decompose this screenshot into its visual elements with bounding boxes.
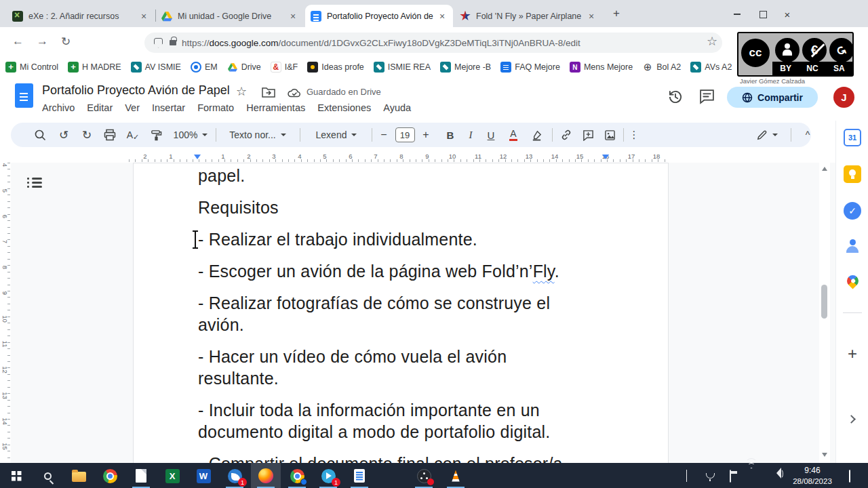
chevron-right-icon[interactable] <box>847 415 856 424</box>
paragraph[interactable]: Requisitos <box>198 197 668 218</box>
right-indent-marker[interactable] <box>602 155 609 159</box>
share-button[interactable]: Compartir <box>727 87 818 108</box>
document-outline-icon[interactable] <box>27 178 42 190</box>
new-tab-button[interactable]: + <box>609 7 624 22</box>
keep-icon[interactable] <box>844 165 861 183</box>
google-docs-logo-icon[interactable] <box>15 83 33 108</box>
tab-close-icon[interactable]: × <box>586 11 597 22</box>
add-addon-button[interactable]: + <box>844 344 861 363</box>
chrome-profile-icon[interactable] <box>289 468 305 484</box>
scrollbar-thumb[interactable] <box>821 285 827 319</box>
telegram-icon[interactable]: 1 <box>320 468 336 484</box>
insert-link-icon[interactable] <box>556 123 576 147</box>
taskbar-clock[interactable]: 9:46 28/08/2023 <box>783 465 842 487</box>
font-size-field[interactable]: 19 <box>395 123 415 147</box>
document-title[interactable]: Portafolio Proyecto Avión de Papel <box>42 83 230 98</box>
text-color-button[interactable]: A <box>503 123 524 147</box>
bookmark-mi-control[interactable]: Mi Control <box>5 62 58 73</box>
undo-icon[interactable]: ↺ <box>54 123 74 147</box>
horizontal-ruler[interactable]: 2 1 1 2 3 4 5 6 7 8 9 10 11 12 13 14 15 … <box>0 152 835 163</box>
tasks-icon[interactable]: ✓ <box>844 202 861 220</box>
scroll-down-icon[interactable] <box>822 453 827 457</box>
menu-ver[interactable]: Ver <box>119 100 146 116</box>
bookmark-ismie-rea[interactable]: ISMIE REA <box>374 62 431 73</box>
bookmark-h-madre[interactable]: H MADRE <box>68 62 121 73</box>
file-explorer-icon[interactable] <box>71 468 87 484</box>
move-folder-icon[interactable] <box>262 87 275 98</box>
bookmark-avs-a2[interactable]: AVs A2 <box>690 62 732 73</box>
thunderbird-icon[interactable]: 1 <box>226 468 243 484</box>
bookmark-av-ismie[interactable]: AV ISMIE <box>131 62 181 73</box>
star-document-icon[interactable]: ☆ <box>236 84 247 98</box>
paragraph[interactable]: - Realizar el trabajo individualmente. <box>198 228 668 250</box>
version-history-icon[interactable] <box>667 88 684 106</box>
tray-expand-icon[interactable] <box>686 470 687 483</box>
battery-icon[interactable] <box>730 470 731 483</box>
tab-close-icon[interactable]: × <box>437 11 448 22</box>
indent-marker[interactable] <box>194 155 201 159</box>
taskbar-search-icon[interactable] <box>39 468 56 484</box>
menu-formato[interactable]: Formato <box>191 100 240 116</box>
comments-icon[interactable] <box>698 88 715 105</box>
document-scrollbar[interactable] <box>819 163 830 463</box>
bookmark-em[interactable]: EM <box>191 62 218 73</box>
notes-document-icon[interactable] <box>351 468 368 484</box>
insert-image-icon[interactable] <box>599 123 620 147</box>
document-page[interactable]: papel. Requisitos - Realizar el trabajo … <box>133 163 669 488</box>
add-comment-icon[interactable] <box>578 123 598 147</box>
blank-document-icon[interactable] <box>133 468 149 484</box>
menu-extensiones[interactable]: Extensiones <box>311 100 377 116</box>
paragraph[interactable]: papel. <box>198 165 668 186</box>
paragraph[interactable]: - Realizar fotografías de cómo se constr… <box>198 292 668 336</box>
editing-mode-select[interactable] <box>751 123 783 147</box>
spellcheck-icon[interactable]: A✓ <box>123 123 143 147</box>
window-minimize-button[interactable] <box>727 8 747 20</box>
zoom-select[interactable]: 100% <box>171 123 210 147</box>
action-center-icon[interactable] <box>849 470 850 483</box>
menu-insertar[interactable]: Insertar <box>146 100 191 116</box>
menu-ayuda[interactable]: Ayuda <box>377 100 417 116</box>
scroll-up-icon[interactable] <box>822 167 827 171</box>
reload-icon[interactable]: ↻ <box>61 35 71 48</box>
start-button[interactable] <box>8 468 24 484</box>
window-close-button[interactable]: × <box>777 8 797 20</box>
search-menus-icon[interactable] <box>30 123 50 147</box>
bookmark-mens-mejore[interactable]: Mens Mejore <box>570 62 633 73</box>
increase-font-size-button[interactable]: + <box>418 123 434 147</box>
account-avatar[interactable]: J <box>833 87 854 108</box>
maps-icon[interactable] <box>844 272 861 289</box>
excel-icon[interactable]: X <box>164 468 180 484</box>
bookmark-if[interactable]: I&F <box>271 62 298 73</box>
lock-icon[interactable] <box>170 40 176 45</box>
tab-docs-active[interactable]: Portafolio Proyecto Avión de Pa × <box>305 5 453 27</box>
paint-format-icon[interactable] <box>146 123 166 147</box>
bookmark-ideas-profe[interactable]: Ideas profe <box>307 62 364 73</box>
tab-close-icon[interactable]: × <box>288 11 298 22</box>
redo-icon[interactable]: ↻ <box>77 123 97 147</box>
tab-exe[interactable]: eXe : 2. Añadir recursos × <box>7 5 155 27</box>
paragraph[interactable]: - Incluir toda la información importante… <box>198 399 668 443</box>
tab-drive[interactable]: Mi unidad - Google Drive × <box>156 5 304 27</box>
calendar-icon[interactable]: 31 <box>844 129 861 146</box>
omnibox-url-field[interactable]: https://docs.google.com/document/d/1DGvx… <box>144 33 722 53</box>
bookmark-star-icon[interactable]: ☆ <box>707 34 717 48</box>
hide-menus-button[interactable]: ^ <box>796 123 819 147</box>
forward-icon[interactable]: → <box>37 35 48 48</box>
obs-icon[interactable] <box>416 468 432 484</box>
paragraph[interactable]: - Escoger un avión de la página web Fold… <box>198 260 668 282</box>
cloud-saved-icon[interactable] <box>288 87 301 98</box>
word-icon[interactable]: W <box>195 468 212 484</box>
bookmark-bol-a2[interactable]: Bol A2 <box>642 62 681 73</box>
bookmark-mejore-b[interactable]: Mejore -B <box>440 62 491 73</box>
contacts-icon[interactable] <box>844 237 861 255</box>
privacy-shield-icon[interactable] <box>154 38 163 48</box>
firefox-icon[interactable] <box>258 468 274 484</box>
menu-archivo[interactable]: Archivo <box>36 100 81 116</box>
print-icon[interactable] <box>100 123 120 147</box>
underline-button[interactable]: U <box>481 123 500 147</box>
paragraph[interactable]: - Hacer un vídeo de cómo vuela el avión … <box>198 346 668 389</box>
paragraph-style-select[interactable]: Texto nor... <box>222 123 293 147</box>
more-options-icon[interactable]: ⋮ <box>625 123 643 147</box>
tab-foldnfly[interactable]: Fold 'N Fly » Paper Airplane Fol × <box>454 5 602 27</box>
italic-button[interactable]: I <box>461 123 480 147</box>
